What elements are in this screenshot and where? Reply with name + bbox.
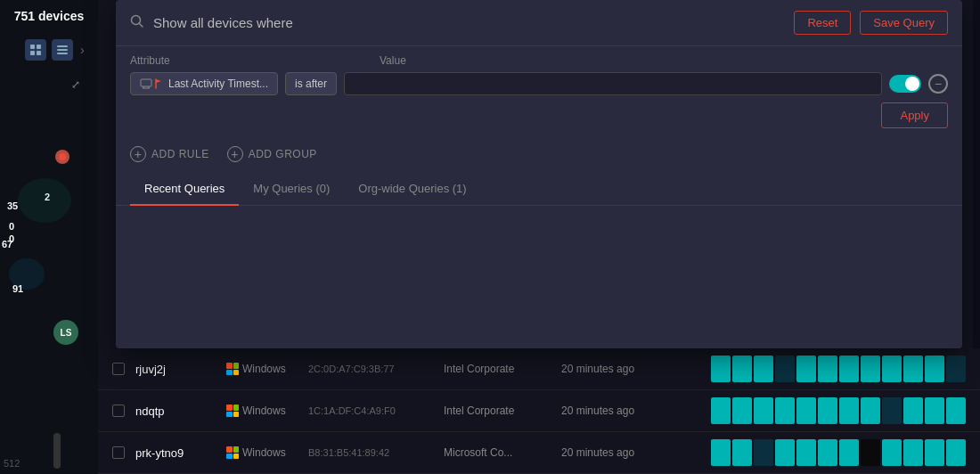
- attribute-label: Attribute: [130, 53, 201, 67]
- reset-button[interactable]: Reset: [794, 11, 851, 35]
- query-content-area: [116, 206, 962, 348]
- device-os: Windows: [226, 405, 298, 417]
- device-org: Intel Corporate: [444, 405, 551, 417]
- add-rule-icon: +: [130, 146, 146, 162]
- tab-my-queries[interactable]: My Queries (0): [239, 173, 344, 206]
- svg-rect-4: [57, 45, 68, 47]
- add-group-label: ADD GROUP: [249, 148, 317, 160]
- attribute-pill[interactable]: Last Activity Timest...: [130, 72, 278, 95]
- operator-pill[interactable]: is after: [285, 72, 337, 95]
- remove-rule-button[interactable]: −: [928, 74, 948, 94]
- svg-rect-2: [30, 51, 35, 55]
- windows-icon: [226, 446, 239, 459]
- expand-arrow-icon[interactable]: ›: [80, 43, 85, 57]
- device-org: Intel Corporate: [444, 363, 551, 375]
- map-content: 751 devices › ⤢ 35 2 0 0 67 91: [0, 0, 98, 474]
- tab-org-queries[interactable]: Org-wide Queries (1): [344, 173, 480, 206]
- device-os: Windows: [226, 363, 298, 375]
- device-name: rjuvj2j: [135, 363, 216, 376]
- value-label: Value: [380, 53, 406, 67]
- svg-rect-1: [37, 45, 41, 49]
- heatmap: [711, 439, 966, 466]
- cluster-label: 67: [2, 239, 12, 249]
- device-time: 20 minutes ago: [561, 405, 650, 417]
- windows-icon: [226, 405, 239, 417]
- search-bar: Show all devices where Reset Save Query: [116, 0, 962, 46]
- add-rule-button[interactable]: + ADD RULE: [130, 146, 209, 162]
- windows-icon: [226, 363, 239, 375]
- pill-icons: [140, 78, 163, 89]
- bottom-count: 512: [4, 458, 20, 469]
- svg-rect-9: [141, 79, 151, 86]
- device-name: prk-ytno9: [135, 446, 216, 460]
- map-blob: [18, 178, 71, 223]
- table-row[interactable]: rjuvj2j Windows 2C:0D:A7:C9:3B:77 Intel …: [98, 348, 980, 390]
- page-title: 751 devices: [0, 9, 98, 23]
- tab-recent-queries[interactable]: Recent Queries: [130, 173, 239, 206]
- alert-dot: [55, 150, 69, 164]
- row-checkbox[interactable]: [112, 405, 125, 417]
- heatmap: [711, 397, 966, 424]
- heatmap: [711, 356, 966, 382]
- device-os: Windows: [226, 446, 298, 459]
- avatar[interactable]: LS: [53, 320, 78, 345]
- add-group-button[interactable]: + ADD GROUP: [227, 146, 317, 162]
- table-row[interactable]: prk-ytno9 Windows B8:31:B5:41:89:42 Micr…: [98, 432, 980, 474]
- apply-button[interactable]: Apply: [881, 102, 948, 128]
- list-icon[interactable]: [52, 39, 73, 61]
- filter-toggle[interactable]: [889, 75, 921, 93]
- add-rule-label: ADD RULE: [151, 148, 209, 160]
- query-tabs: Recent Queries My Queries (0) Org-wide Q…: [116, 173, 962, 206]
- header-actions: Reset Save Query: [794, 11, 948, 35]
- save-query-button[interactable]: Save Query: [860, 11, 948, 35]
- filter-labels: Attribute Value: [116, 46, 962, 67]
- cluster-label: 35: [7, 200, 18, 211]
- scroll-indicator: [53, 433, 61, 469]
- device-mac: 2C:0D:A7:C9:3B:77: [308, 364, 433, 374]
- filter-row: Last Activity Timest... is after −: [116, 67, 962, 102]
- svg-line-8: [140, 24, 143, 28]
- device-org: Microsoft Co...: [444, 446, 551, 459]
- device-mac: B8:31:B5:41:89:42: [308, 447, 433, 458]
- svg-rect-5: [57, 49, 68, 51]
- add-group-icon: +: [227, 146, 243, 162]
- row-checkbox[interactable]: [112, 446, 125, 459]
- svg-rect-3: [37, 51, 41, 55]
- value-input[interactable]: [344, 72, 882, 95]
- expand-icon[interactable]: ⤢: [71, 78, 80, 91]
- apply-button-row: Apply: [116, 102, 962, 139]
- add-row: + ADD RULE + ADD GROUP: [116, 139, 962, 173]
- row-checkbox[interactable]: [112, 363, 125, 375]
- cluster-label: 0: [9, 221, 14, 232]
- device-list: rjuvj2j Windows 2C:0D:A7:C9:3B:77 Intel …: [98, 348, 980, 474]
- table-row[interactable]: ndqtp Windows 1C:1A:DF:C4:A9:F0 Intel Co…: [98, 390, 980, 432]
- device-time: 20 minutes ago: [561, 363, 650, 375]
- search-icon: [130, 14, 144, 31]
- operator-text: is after: [295, 78, 327, 90]
- grid-icon[interactable]: [25, 39, 46, 61]
- search-text[interactable]: Show all devices where: [153, 15, 785, 30]
- attribute-text: Last Activity Timest...: [168, 78, 268, 90]
- map-blob: [9, 258, 45, 290]
- svg-rect-6: [57, 53, 68, 54]
- query-panel: Show all devices where Reset Save Query …: [116, 0, 962, 348]
- device-mac: 1C:1A:DF:C4:A9:F0: [308, 405, 433, 416]
- svg-rect-0: [30, 45, 35, 49]
- device-time: 20 minutes ago: [561, 446, 650, 459]
- device-name: ndqtp: [135, 405, 216, 418]
